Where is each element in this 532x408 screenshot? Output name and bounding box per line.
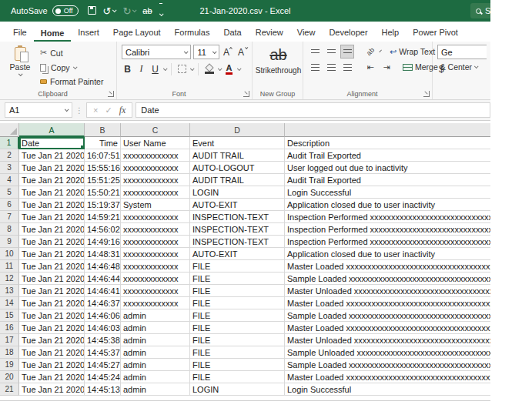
cell-C5[interactable]: xxxxxxxxxxxxx bbox=[121, 186, 190, 199]
font-name-combo[interactable]: Calibri bbox=[122, 45, 191, 59]
qat-strikethrough-button[interactable]: ab bbox=[142, 6, 152, 15]
save-button[interactable] bbox=[88, 4, 96, 18]
cell-E14[interactable]: Master Loaded xxxxxxxxxxxxxxxxxxxxxxxxxx… bbox=[285, 297, 490, 309]
wrap-text-button[interactable]: ↩ Wrap Text bbox=[390, 45, 435, 59]
font-color-button[interactable]: A bbox=[223, 62, 235, 75]
cell-E10[interactable]: Application closed due to user inactivit… bbox=[285, 248, 490, 260]
cell-E21[interactable]: Login Successful bbox=[285, 383, 490, 396]
cell-A12[interactable]: Tue Jan 21 2020 bbox=[19, 273, 85, 285]
borders-button[interactable] bbox=[176, 62, 188, 75]
cell-C11[interactable]: xxxxxxxxxxxxx bbox=[121, 260, 190, 273]
cell-C9[interactable]: xxxxxxxxxxxxx bbox=[121, 236, 190, 248]
row-header-3[interactable]: 3 bbox=[0, 162, 19, 174]
cell-A16[interactable]: Tue Jan 21 2020 bbox=[19, 322, 85, 334]
cell-B9[interactable]: 14:49:16 bbox=[85, 236, 121, 248]
cell-E9[interactable]: Inspection Performed xxxxxxxxxxxxxxxxxxx… bbox=[285, 236, 490, 248]
cell-B16[interactable]: 14:46:03 bbox=[85, 322, 121, 334]
cell-D1[interactable]: Event bbox=[190, 137, 285, 149]
cell-A6[interactable]: Tue Jan 21 2020 bbox=[19, 199, 85, 211]
tab-home[interactable]: Home bbox=[34, 25, 72, 42]
cell-D13[interactable]: FILE bbox=[190, 285, 285, 297]
undo-button[interactable]: ↺ bbox=[103, 4, 116, 18]
row-header-17[interactable]: 17 bbox=[0, 334, 19, 346]
cell-E7[interactable]: Inspection Performed xxxxxxxxxxxxxxxxxxx… bbox=[285, 211, 490, 223]
increase-indent-button[interactable]: ⇥ bbox=[380, 60, 393, 74]
row-header-9[interactable]: 9 bbox=[0, 236, 19, 248]
cell-C1[interactable]: User Name bbox=[121, 137, 190, 149]
orientation-dropdown-icon[interactable] bbox=[379, 50, 382, 53]
cell-E3[interactable]: User logged out due to inactivity bbox=[285, 162, 490, 174]
tab-insert[interactable]: Insert bbox=[71, 24, 106, 42]
cell-B20[interactable]: 14:45:24 bbox=[85, 371, 121, 383]
fill-color-dropdown-icon[interactable] bbox=[218, 66, 223, 71]
cancel-button[interactable]: × bbox=[93, 105, 98, 115]
cell-B15[interactable]: 14:46:06 bbox=[85, 309, 121, 322]
col-header-b[interactable]: B bbox=[85, 123, 121, 137]
cell-B1[interactable]: Time bbox=[85, 137, 121, 149]
cell-B17[interactable]: 14:45:38 bbox=[85, 334, 121, 346]
cell-E19[interactable]: Sample Loaded xxxxxxxxxxxxxxxxxxxxxxxxxx… bbox=[285, 359, 490, 371]
row-header-4[interactable]: 4 bbox=[0, 174, 19, 186]
tab-power-pivot[interactable]: Power Pivot bbox=[406, 24, 465, 42]
strikethrough-button[interactable]: ab bbox=[269, 45, 286, 65]
underline-dropdown-icon[interactable] bbox=[163, 66, 168, 71]
cell-B19[interactable]: 14:45:27 bbox=[85, 359, 121, 371]
cell-D17[interactable]: FILE bbox=[190, 334, 285, 346]
cell-C18[interactable]: admin bbox=[121, 346, 190, 359]
cell-D5[interactable]: LOGIN bbox=[190, 186, 285, 199]
cell-A4[interactable]: Tue Jan 21 2020 bbox=[19, 174, 85, 186]
cell-A3[interactable]: Tue Jan 21 2020 bbox=[19, 162, 85, 174]
copy-dropdown-icon[interactable] bbox=[72, 65, 77, 69]
cell-C17[interactable]: admin bbox=[121, 334, 190, 346]
cell-D19[interactable]: FILE bbox=[190, 359, 285, 371]
fill-color-button[interactable] bbox=[203, 62, 216, 75]
cell-E17[interactable]: Master Unloaded xxxxxxxxxxxxxxxxxxxxxxxx… bbox=[285, 334, 490, 346]
paste-dropdown-icon[interactable] bbox=[18, 72, 23, 76]
cell-C14[interactable]: xxxxxxxxxxxxx bbox=[121, 297, 190, 309]
tab-data[interactable]: Data bbox=[216, 24, 248, 42]
cell-A19[interactable]: Tue Jan 21 2020 bbox=[19, 359, 85, 371]
row-header-12[interactable]: 12 bbox=[0, 273, 19, 285]
row-header-13[interactable]: 13 bbox=[0, 285, 19, 297]
cell-A9[interactable]: Tue Jan 21 2020 bbox=[19, 236, 85, 248]
align-center-button[interactable] bbox=[324, 60, 338, 74]
row-header-10[interactable]: 10 bbox=[0, 248, 19, 260]
redo-dropdown-icon[interactable] bbox=[132, 8, 137, 12]
row-header-15[interactable]: 15 bbox=[0, 309, 19, 322]
tab-help[interactable]: Help bbox=[375, 24, 407, 42]
formula-bar-handle[interactable]: ⋮ bbox=[75, 106, 83, 115]
orientation-button[interactable]: ab bbox=[363, 45, 377, 59]
borders-dropdown-icon[interactable] bbox=[190, 66, 195, 71]
insert-function-button[interactable]: fx bbox=[119, 105, 126, 116]
cell-B12[interactable]: 14:46:44 bbox=[85, 273, 121, 285]
cell-D16[interactable]: FILE bbox=[190, 322, 285, 334]
cell-B11[interactable]: 14:46:48 bbox=[85, 260, 121, 273]
cell-D3[interactable]: AUTO-LOGOUT bbox=[190, 162, 285, 174]
search-box[interactable]: S bbox=[470, 3, 490, 18]
cell-A14[interactable]: Tue Jan 21 2020 bbox=[19, 297, 85, 309]
cell-B6[interactable]: 15:19:37 bbox=[85, 199, 121, 211]
tab-view[interactable]: View bbox=[290, 24, 323, 42]
font-dialog-launcher-icon[interactable] bbox=[243, 91, 249, 97]
cell-D8[interactable]: INSPECTION-TEXT bbox=[190, 223, 285, 236]
col-header-c[interactable]: C bbox=[121, 123, 190, 137]
cell-D6[interactable]: AUTO-EXIT bbox=[190, 199, 285, 211]
cell-C21[interactable]: admin bbox=[121, 383, 190, 396]
row-header-8[interactable]: 8 bbox=[0, 223, 19, 236]
cell-D2[interactable]: AUDIT TRAIL bbox=[190, 149, 285, 162]
font-size-combo[interactable]: 11 bbox=[193, 45, 219, 59]
row-header-1[interactable]: 1 bbox=[0, 137, 19, 149]
cell-E20[interactable]: Master Loaded xxxxxxxxxxxxxxxxxxxxxxxxxx… bbox=[285, 371, 490, 383]
cell-A17[interactable]: Tue Jan 21 2020 bbox=[19, 334, 85, 346]
cell-D15[interactable]: FILE bbox=[190, 309, 285, 322]
accounting-format-button[interactable]: $ bbox=[437, 64, 483, 75]
row-header-2[interactable]: 2 bbox=[0, 149, 19, 162]
cell-C20[interactable]: admin bbox=[121, 371, 190, 383]
number-format-combo[interactable]: Ge bbox=[437, 45, 487, 59]
cell-B10[interactable]: 14:48:31 bbox=[85, 248, 121, 260]
tab-review[interactable]: Review bbox=[249, 24, 290, 42]
cell-E5[interactable]: Login Successful bbox=[285, 186, 490, 199]
clipboard-dialog-launcher-icon[interactable] bbox=[108, 91, 114, 97]
format-painter-button[interactable]: Format Painter bbox=[40, 75, 103, 89]
cell-D14[interactable]: FILE bbox=[190, 297, 285, 309]
